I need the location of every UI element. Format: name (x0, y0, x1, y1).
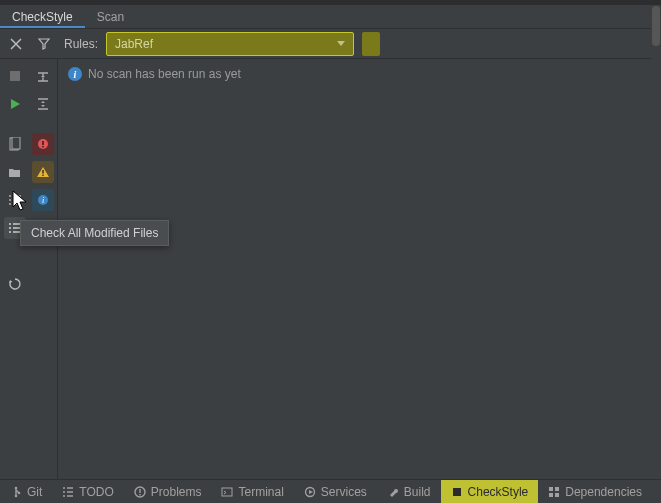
rules-dropdown[interactable]: JabRef (106, 32, 354, 56)
run-icon[interactable] (4, 93, 26, 115)
svg-rect-22 (222, 488, 232, 496)
status-problems-label: Problems (151, 485, 202, 499)
status-dependencies-label: Dependencies (565, 485, 642, 499)
expand-icon[interactable] (32, 93, 54, 115)
svg-rect-12 (42, 170, 43, 174)
svg-marker-24 (309, 490, 313, 494)
status-problems[interactable]: Problems (124, 480, 212, 503)
status-build-label: Build (404, 485, 431, 499)
svg-marker-6 (41, 101, 45, 103)
vertical-scrollbar[interactable] (651, 5, 661, 479)
refresh-icon[interactable] (4, 273, 26, 295)
folder-icon[interactable] (4, 161, 26, 183)
panel-tabs: CheckStyle Scan (0, 5, 661, 29)
svg-marker-5 (41, 76, 45, 78)
status-checkstyle[interactable]: CheckStyle (441, 480, 539, 503)
status-bar: Git TODO Problems Terminal Services Buil… (0, 479, 661, 503)
stop-icon[interactable] (4, 65, 26, 87)
main-area: i i No scan has been run as yet (0, 59, 661, 479)
close-icon[interactable] (6, 34, 26, 54)
status-terminal-label: Terminal (238, 485, 283, 499)
status-todo-label: TODO (79, 485, 113, 499)
gutter-col-1 (0, 59, 29, 479)
rules-dropdown-value: JabRef (115, 37, 153, 51)
toolbar: Rules: JabRef (0, 29, 661, 59)
rules-label: Rules: (64, 37, 98, 51)
svg-rect-9 (42, 141, 43, 145)
svg-marker-1 (11, 99, 20, 109)
collapse-icon[interactable] (32, 65, 54, 87)
list-icon[interactable] (4, 189, 26, 211)
info-badge-icon[interactable]: i (32, 189, 54, 211)
status-git[interactable]: Git (0, 480, 52, 503)
svg-rect-25 (453, 488, 461, 496)
status-services[interactable]: Services (294, 480, 377, 503)
svg-rect-27 (555, 487, 559, 491)
warning-icon[interactable] (32, 161, 54, 183)
left-gutter: i (0, 59, 58, 479)
status-git-label: Git (27, 485, 42, 499)
svg-point-17 (15, 494, 18, 497)
check-modified-icon[interactable] (4, 217, 26, 239)
tab-checkstyle[interactable]: CheckStyle (0, 5, 85, 28)
svg-rect-3 (12, 137, 20, 149)
info-icon: i (68, 67, 82, 81)
svg-rect-20 (139, 489, 140, 493)
content-area: i No scan has been run as yet (58, 59, 661, 479)
svg-rect-13 (42, 175, 43, 176)
filter-icon[interactable] (34, 34, 54, 54)
status-build[interactable]: Build (377, 480, 441, 503)
message-row: i No scan has been run as yet (68, 65, 651, 83)
status-checkstyle-label: CheckStyle (468, 485, 529, 499)
gutter-col-2: i (29, 59, 58, 479)
status-dependencies[interactable]: Dependencies (538, 480, 652, 503)
status-services-label: Services (321, 485, 367, 499)
svg-point-16 (15, 486, 18, 489)
svg-rect-10 (42, 146, 43, 147)
svg-text:i: i (42, 196, 44, 205)
tab-scan[interactable]: Scan (85, 5, 136, 28)
svg-rect-28 (549, 493, 553, 497)
status-terminal[interactable]: Terminal (211, 480, 293, 503)
svg-rect-26 (549, 487, 553, 491)
no-scan-message: No scan has been run as yet (88, 67, 241, 81)
svg-rect-29 (555, 493, 559, 497)
chevron-down-icon (337, 41, 345, 46)
scrollbar-thumb[interactable] (652, 6, 660, 46)
svg-point-18 (18, 491, 21, 494)
svg-rect-21 (139, 494, 140, 495)
rules-highlight-extra (362, 32, 380, 56)
svg-rect-0 (10, 71, 20, 81)
doc-icon[interactable] (4, 133, 26, 155)
status-todo[interactable]: TODO (52, 480, 123, 503)
error-icon[interactable] (32, 133, 54, 155)
svg-marker-7 (41, 105, 45, 107)
